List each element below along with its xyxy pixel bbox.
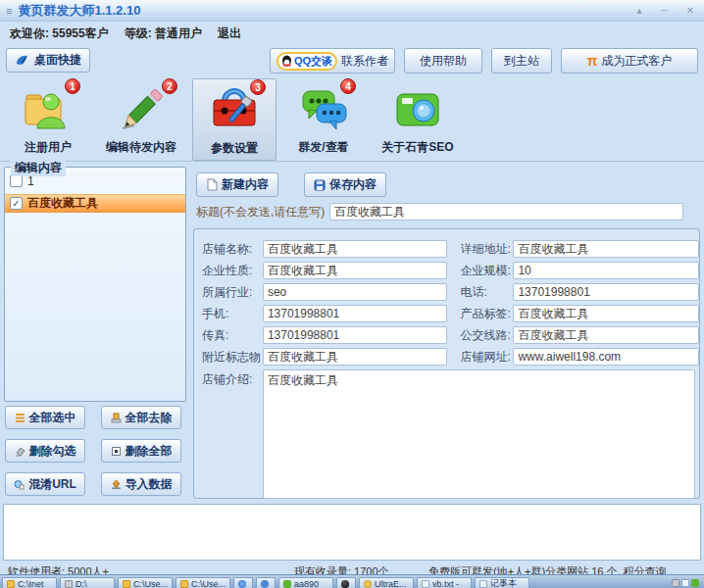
shop-intro-textarea[interactable]: 百度收藏工具 xyxy=(263,369,695,499)
taskbar-item[interactable]: aa890 xyxy=(278,577,333,588)
qq-chat-link[interactable]: QQ交谈 xyxy=(277,52,337,71)
ultraedit-icon xyxy=(364,580,372,588)
industry-input[interactable] xyxy=(263,283,447,301)
taskbar-item[interactable] xyxy=(233,577,253,588)
bus-route-input[interactable] xyxy=(513,326,699,344)
status-bar: 软件使用者: 5000人+ 现有收录量: 1700个 免费版可群发(地+人+群)… xyxy=(0,564,704,574)
log-output-area[interactable] xyxy=(3,504,701,561)
close-button[interactable]: ✕ xyxy=(682,5,698,16)
badge-1: 1 xyxy=(65,78,80,94)
status-quota: 免费版可群发(地+人+群)分类网站 16 个, 积分查询 xyxy=(428,564,667,574)
qq-icon xyxy=(341,580,349,588)
list-item[interactable]: ✓ 百度收藏工具 xyxy=(5,194,185,213)
taskbar-item[interactable]: C:\Inet xyxy=(2,577,57,588)
save-content-button[interactable]: 保存内容 xyxy=(304,172,386,197)
edit-content-group: 编辑内容 1 ✓ 百度收藏工具 xyxy=(4,167,186,402)
select-all-icon xyxy=(15,413,25,423)
shop-info-form: 店铺名称: 详细地址: 企业性质: 企业规模: 所属行业: 电话: 手机: 产品… xyxy=(193,228,700,499)
remove-all-button[interactable]: 全部去除 xyxy=(101,406,181,429)
delete-all-button[interactable]: 删除全部 xyxy=(101,439,181,463)
obfuscate-url-icon xyxy=(14,479,25,490)
contact-author-button[interactable]: QQ交谈 联系作者 xyxy=(270,48,395,74)
main-site-button[interactable]: 到主站 xyxy=(491,48,552,74)
field-label: 店铺网址: xyxy=(461,349,514,366)
field-label: 产品标签: xyxy=(461,306,514,322)
taskbar-item[interactable]: C:\Use... xyxy=(176,577,230,588)
folder-icon xyxy=(123,580,130,588)
tray-icon[interactable] xyxy=(691,579,699,587)
folder-icon xyxy=(7,580,15,588)
group-title: 编辑内容 xyxy=(11,160,66,176)
field-label: 公交线路: xyxy=(461,327,514,344)
os-taskbar: C:\Inet D:\ C:\Use... C:\Use... aa890 Ul… xyxy=(0,574,704,588)
taskbar-item[interactable]: D:\ xyxy=(60,577,115,588)
app-icon xyxy=(261,580,269,588)
help-button[interactable]: 使用帮助 xyxy=(404,48,482,74)
delete-checked-icon xyxy=(15,446,25,457)
remove-all-icon xyxy=(111,413,122,423)
address-input[interactable] xyxy=(513,240,699,258)
taskbar-item[interactable]: C:\Use... xyxy=(118,577,173,588)
taskbar-item[interactable] xyxy=(256,577,276,588)
obfuscate-url-button[interactable]: 混淆URL xyxy=(5,472,85,496)
taskbar-item[interactable]: vb.txt - xyxy=(417,577,472,588)
delete-all-icon xyxy=(111,446,122,457)
enterprise-scale-input[interactable] xyxy=(513,262,699,279)
select-all-button[interactable]: 全部选中 xyxy=(5,406,85,429)
shop-name-input[interactable] xyxy=(263,240,447,258)
rollup-button[interactable]: ▴ xyxy=(631,5,647,16)
field-label: 详细地址: xyxy=(461,241,514,258)
nav-register-user[interactable]: 注册用户 1 xyxy=(6,78,90,161)
green-app-icon xyxy=(283,580,291,588)
qq-penguin-icon xyxy=(281,55,292,68)
about-camera-icon xyxy=(391,83,444,136)
folder-icon xyxy=(180,580,188,588)
checkbox-checked[interactable]: ✓ xyxy=(10,197,23,210)
landmark-input[interactable] xyxy=(263,348,447,366)
nav-send-view[interactable]: 群发/查看 4 xyxy=(281,78,366,161)
tray-icon[interactable] xyxy=(681,579,689,587)
swoosh-icon xyxy=(15,53,30,69)
website-input[interactable] xyxy=(513,348,699,366)
title-field-label: 标题(不会发送,请任意写) xyxy=(196,204,329,220)
badge-4: 4 xyxy=(340,78,356,94)
field-label: 电话: xyxy=(461,284,514,301)
enterprise-nature-input[interactable] xyxy=(263,262,447,279)
minimize-button[interactable]: ─ xyxy=(657,5,673,16)
notepad-icon xyxy=(422,580,429,588)
delete-checked-button[interactable]: 删除勾选 xyxy=(5,439,85,463)
pi-icon: π xyxy=(587,53,598,69)
taskbar-item[interactable]: 记事本 xyxy=(475,577,529,588)
new-content-button[interactable]: 新建内容 xyxy=(196,172,278,197)
title-input[interactable] xyxy=(329,203,683,220)
field-label: 传真: xyxy=(202,327,263,344)
level-text: 等级: 普通用户 xyxy=(125,25,202,42)
import-data-button[interactable]: 导入数据 xyxy=(101,472,181,496)
nav-about[interactable]: 关于石青SEO xyxy=(371,78,465,161)
ie-icon xyxy=(238,580,246,588)
app-icon: ≡ xyxy=(6,5,12,17)
status-records: 现有收录量: 1700个 xyxy=(294,564,389,574)
taskbar-item[interactable]: UltraE... xyxy=(359,577,414,588)
taskbar-item[interactable] xyxy=(336,577,356,588)
welcome-text: 欢迎你: 55955客户 xyxy=(10,25,109,42)
field-label: 企业规模: xyxy=(461,263,514,279)
import-data-icon xyxy=(111,479,122,490)
nav-edit-content[interactable]: 编辑待发内容 2 xyxy=(95,78,187,161)
desktop-shortcut-button[interactable]: 桌面快捷 xyxy=(6,48,90,73)
edit-pencil-icon xyxy=(115,83,168,136)
field-label: 所属行业: xyxy=(202,284,263,301)
fax-input[interactable] xyxy=(263,326,447,344)
nav-settings[interactable]: 参数设置 3 xyxy=(192,78,277,161)
phone-input[interactable] xyxy=(513,283,699,301)
new-document-icon xyxy=(206,178,218,191)
sidebar-actions: 全部选中 全部去除 删除勾选 删除全部 混淆URL xyxy=(5,406,185,496)
tray-icon[interactable] xyxy=(672,579,679,587)
app-window: ≡ 黄页群发大师1.1.2.10 ▴ ─ ✕ 欢迎你: 55955客户 等级: … xyxy=(0,0,704,588)
become-customer-button[interactable]: π 成为正式客户 xyxy=(561,48,698,74)
field-label: 手机: xyxy=(202,306,263,322)
main-nav: 注册用户 1 编辑待发内容 2 xyxy=(0,78,704,162)
product-tags-input[interactable] xyxy=(513,305,699,322)
mobile-input[interactable] xyxy=(263,305,447,322)
logout-link[interactable]: 退出 xyxy=(218,25,241,42)
